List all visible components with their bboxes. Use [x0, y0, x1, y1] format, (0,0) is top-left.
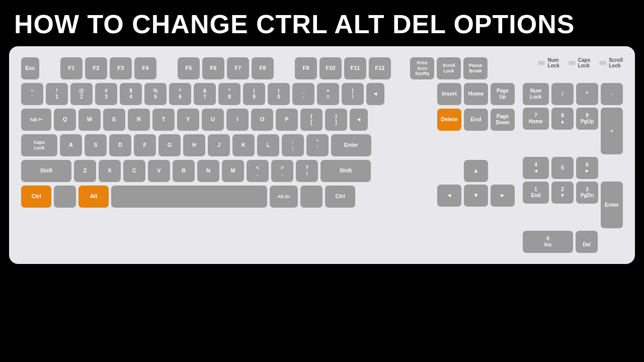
key-arrow-down[interactable]: ▼	[464, 185, 488, 207]
key-num-decimal[interactable]: ·Del	[576, 231, 598, 253]
key-enter[interactable]: Enter	[331, 134, 371, 156]
key-lshift[interactable]: Shift	[21, 160, 71, 182]
key-rshift[interactable]: Shift	[320, 160, 371, 182]
key-w[interactable]: W	[78, 109, 101, 131]
key-num-divide[interactable]: /	[551, 83, 574, 105]
key-end[interactable]: End	[464, 109, 488, 131]
key-g[interactable]: G	[158, 134, 181, 156]
key-lalt[interactable]: Alt	[78, 186, 109, 208]
key-rwin[interactable]	[300, 186, 323, 208]
key-lctrl[interactable]: Ctrl	[21, 186, 51, 208]
key-b[interactable]: B	[173, 160, 195, 182]
key-t[interactable]: T	[152, 109, 175, 131]
key-f6[interactable]: F6	[202, 57, 224, 79]
key-numlock[interactable]: NumLock	[523, 83, 549, 105]
key-u[interactable]: U	[202, 109, 224, 131]
key-num3[interactable]: 3PgDn	[576, 182, 598, 204]
key-6[interactable]: ^6	[169, 83, 191, 105]
key-i[interactable]: I	[226, 109, 249, 131]
key-8[interactable]: *8	[218, 83, 240, 105]
key-f5[interactable]: F5	[178, 57, 200, 79]
key-enter-arrow[interactable]: ◄	[350, 109, 368, 131]
key-f12[interactable]: F12	[369, 57, 391, 79]
key-r[interactable]: R	[128, 109, 150, 131]
key-o[interactable]: O	[251, 109, 273, 131]
key-j[interactable]: J	[208, 134, 230, 156]
key-f4[interactable]: F4	[134, 57, 156, 79]
key-5[interactable]: %5	[144, 83, 167, 105]
key-print-scrn[interactable]: PrintScrnSysRq	[410, 57, 434, 79]
key-space[interactable]	[111, 186, 267, 208]
key-4[interactable]: $4	[120, 83, 142, 105]
key-z[interactable]: Z	[74, 160, 96, 182]
key-h[interactable]: H	[183, 134, 205, 156]
key-pause-break[interactable]: PauseBreak	[463, 57, 488, 79]
key-m[interactable]: M	[222, 160, 244, 182]
key-home[interactable]: Home	[464, 83, 488, 105]
key-insert[interactable]: Insert	[437, 83, 461, 105]
key-caps-lock[interactable]: CapsLock	[21, 134, 57, 156]
key-comma[interactable]: <,	[247, 160, 269, 182]
key-f11[interactable]: F11	[344, 57, 366, 79]
key-num4[interactable]: 4◄	[523, 157, 549, 179]
key-num1[interactable]: 1End	[523, 182, 549, 204]
key-d[interactable]: D	[109, 134, 131, 156]
key-tilde[interactable]: ~`	[21, 83, 43, 105]
key-num5[interactable]: 5	[551, 157, 574, 179]
key-num2[interactable]: 2▼	[551, 182, 574, 204]
key-lbracket[interactable]: {[	[300, 109, 323, 131]
key-num9[interactable]: 9PgUp	[576, 108, 598, 130]
key-slash[interactable]: ?/	[296, 160, 318, 182]
key-v[interactable]: V	[148, 160, 170, 182]
key-n[interactable]: N	[197, 160, 219, 182]
key-num-plus[interactable]: +	[601, 108, 623, 154]
key-f10[interactable]: F10	[319, 57, 342, 79]
key-q[interactable]: Q	[54, 109, 76, 131]
key-f9[interactable]: F9	[295, 57, 317, 79]
key-e[interactable]: E	[103, 109, 125, 131]
key-arrow-right[interactable]: ►	[491, 185, 515, 207]
key-num0[interactable]: 0Ins	[523, 231, 573, 253]
key-period[interactable]: >.	[271, 160, 293, 182]
key-lwin[interactable]	[54, 186, 76, 208]
key-tab[interactable]: Tab ⊢	[21, 109, 51, 131]
key-k[interactable]: K	[232, 134, 255, 156]
key-backslash[interactable]: |\	[342, 83, 364, 105]
key-page-down[interactable]: PageDown	[491, 109, 515, 131]
key-quote[interactable]: "'	[306, 134, 329, 156]
key-c[interactable]: C	[123, 160, 145, 182]
key-l[interactable]: L	[257, 134, 279, 156]
key-7[interactable]: &7	[194, 83, 216, 105]
key-altgr[interactable]: Alt Gr	[270, 186, 298, 208]
key-num-minus[interactable]: -	[601, 83, 623, 105]
key-2[interactable]: @2	[70, 83, 93, 105]
key-a[interactable]: A	[60, 134, 82, 156]
key-arrow-up[interactable]: ▲	[464, 160, 488, 182]
key-f2[interactable]: F2	[85, 57, 107, 79]
key-num6[interactable]: 6►	[576, 157, 598, 179]
key-backspace[interactable]: ◄	[366, 83, 384, 105]
key-semicolon[interactable]: :;	[282, 134, 304, 156]
key-page-up[interactable]: PageUp	[491, 83, 515, 105]
key-p[interactable]: P	[276, 109, 298, 131]
key-y[interactable]: Y	[177, 109, 199, 131]
key-scroll-lock[interactable]: ScrollLock	[437, 57, 461, 79]
key-f7[interactable]: F7	[227, 57, 249, 79]
key-f[interactable]: F	[134, 134, 156, 156]
key-1[interactable]: !1	[46, 83, 68, 105]
key-rctrl[interactable]: Ctrl	[325, 186, 355, 208]
key-num-multiply[interactable]: *	[576, 83, 598, 105]
key-9[interactable]: (9	[243, 83, 265, 105]
key-x[interactable]: X	[99, 160, 121, 182]
key-delete[interactable]: Delete	[437, 109, 461, 131]
key-num8[interactable]: 8▲	[551, 108, 574, 130]
key-minus[interactable]: _-	[292, 83, 314, 105]
key-num-enter[interactable]: Enter	[601, 182, 623, 228]
key-3[interactable]: #3	[95, 83, 117, 105]
key-arrow-left[interactable]: ◄	[437, 185, 461, 207]
key-s[interactable]: S	[85, 134, 107, 156]
key-f3[interactable]: F3	[110, 57, 132, 79]
key-f8[interactable]: F8	[252, 57, 274, 79]
key-f1[interactable]: F1	[60, 57, 83, 79]
key-rbracket[interactable]: }]	[325, 109, 347, 131]
